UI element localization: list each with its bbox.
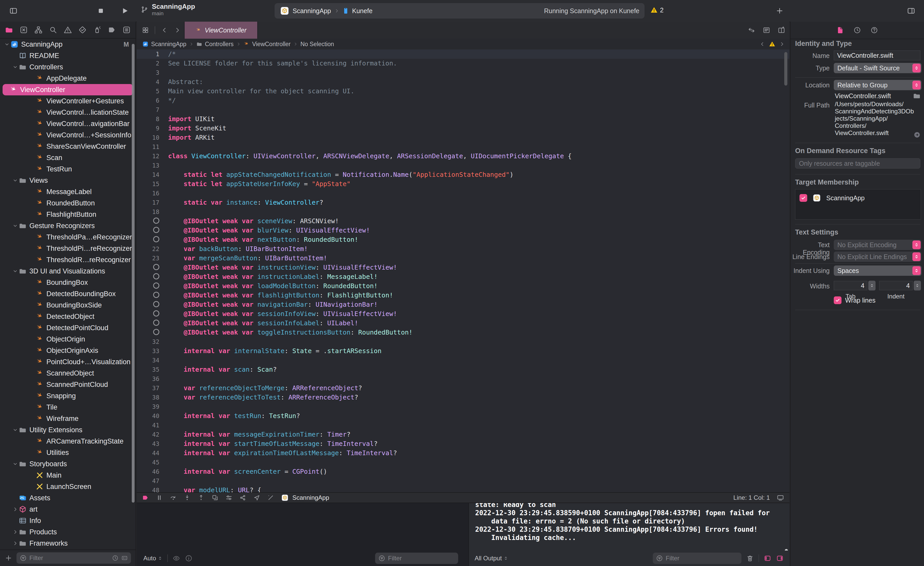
tree-item-utility-extensions[interactable]: Utility Extensions — [0, 424, 136, 436]
tree-item-3d-ui-and-visualizations[interactable]: 3D UI and Visualizations — [0, 265, 136, 277]
code-review-icon[interactable] — [748, 26, 755, 34]
iboutlet-connector-icon[interactable] — [136, 263, 161, 272]
next-issue-icon[interactable] — [779, 41, 785, 47]
tree-item-main[interactable]: Main — [0, 470, 136, 481]
choose-folder-icon[interactable] — [913, 92, 921, 100]
tree-item-tile[interactable]: Tile — [0, 401, 136, 413]
tree-item-arcameratrackingstate[interactable]: ARCameraTrackingState — [0, 436, 136, 447]
tree-item-utilities[interactable]: Utilities — [0, 447, 136, 458]
file-inspector-icon[interactable] — [836, 26, 844, 34]
chevron-right-icon[interactable] — [12, 506, 19, 512]
source-editor[interactable]: 1/*2See LICENSE folder for this sample's… — [136, 49, 789, 492]
add-editor-icon[interactable] — [778, 26, 785, 34]
breadcrumb-item[interactable]: ViewController — [252, 41, 291, 48]
tree-item-scannedpointcloud[interactable]: ScannedPointCloud — [0, 379, 136, 390]
breadcrumb-item[interactable]: Controllers — [205, 41, 234, 48]
text-encoding-popup[interactable]: No Explicit Encoding — [834, 240, 921, 250]
add-file-button[interactable] — [4, 554, 12, 562]
tree-item-detectedboundingbox[interactable]: DetectedBoundingBox — [0, 288, 136, 299]
chevron-down-icon[interactable] — [12, 461, 19, 467]
wrap-lines-checkbox[interactable] — [834, 296, 842, 304]
tree-item-viewcontrol-avigationbar[interactable]: ViewControl…avigationBar — [0, 118, 136, 129]
report-navigator-icon[interactable] — [122, 25, 131, 34]
tree-item-thresholdpa-erecognizer[interactable]: ThresholdPa…eRecognizer — [0, 231, 136, 243]
tree-item-messagelabel[interactable]: MessageLabel — [0, 186, 136, 198]
tree-item-thresholdr-rerecognizer[interactable]: ThresholdR…reRecognizer — [0, 254, 136, 265]
tree-item-viewcontrol-licationstate[interactable]: ViewControl…licationState — [0, 107, 136, 118]
tab-width-field[interactable]: 4 — [834, 281, 867, 290]
stepper-icon[interactable] — [912, 81, 921, 90]
location-popup[interactable]: Relative to Group — [834, 80, 921, 90]
issue-warning-icon[interactable] — [769, 41, 776, 48]
step-over-icon[interactable] — [170, 494, 177, 501]
breadcrumb-item[interactable]: ScanningApp — [151, 41, 186, 48]
step-into-icon[interactable] — [184, 494, 191, 501]
tree-item-detectedpointcloud[interactable]: DetectedPointCloud — [0, 322, 136, 334]
tree-item-scanningapp[interactable]: ScanningAppM — [0, 39, 136, 50]
tree-item-roundedbutton[interactable]: RoundedButton — [0, 198, 136, 209]
tab-viewcontroller[interactable]: ViewController — [184, 22, 258, 39]
destination-name[interactable]: Kunefe — [352, 7, 372, 15]
toggle-navigator-icon[interactable] — [9, 7, 18, 15]
help-inspector-icon[interactable] — [870, 26, 878, 34]
tree-item-viewcontrol-sessioninfo[interactable]: ViewControl…+SessionInfo — [0, 129, 136, 141]
name-field[interactable]: ViewController.swift — [834, 51, 920, 60]
issue-navigator-icon[interactable] — [63, 25, 72, 34]
stepper-icon[interactable] — [912, 241, 921, 249]
navigator-scrollbar[interactable] — [132, 44, 135, 503]
project-navigator-icon[interactable] — [4, 25, 14, 34]
iboutlet-connector-icon[interactable] — [136, 309, 161, 319]
history-inspector-icon[interactable] — [854, 26, 861, 34]
source-control-navigator-icon[interactable] — [20, 25, 28, 34]
tree-item-sharescanviewcontroller[interactable]: ShareScanViewController — [0, 141, 136, 152]
open-in-finder-arrow-icon[interactable] — [913, 131, 921, 139]
test-navigator-icon[interactable] — [78, 25, 87, 34]
iboutlet-connector-icon[interactable] — [136, 282, 161, 291]
tree-item-wireframe[interactable]: Wireframe — [0, 413, 136, 424]
iboutlet-connector-icon[interactable] — [136, 217, 161, 226]
tree-item-boundingboxside[interactable]: BoundingBoxSide — [0, 299, 136, 311]
tree-item-products[interactable]: Products — [0, 526, 136, 538]
print-description-icon[interactable] — [185, 554, 193, 562]
console-filter-field[interactable]: Filter — [653, 553, 741, 564]
activity-view[interactable]: ScanningApp Kunefe Running ScanningApp o… — [274, 3, 645, 19]
tree-item-readme[interactable]: README — [0, 50, 136, 61]
tab-width-stepper[interactable] — [868, 281, 876, 290]
tree-item-thresholdpi-rerecognizer[interactable]: ThresholdPi…reRecognizer — [0, 243, 136, 254]
breakpoint-navigator-icon[interactable] — [108, 25, 116, 34]
tree-item-objectoriginaxis[interactable]: ObjectOriginAxis — [0, 345, 136, 356]
tree-item-boundingbox[interactable]: BoundingBox — [0, 277, 136, 288]
chevron-right-icon[interactable] — [12, 541, 19, 546]
add-tab-button[interactable] — [776, 7, 784, 15]
breakpoints-toggle-icon[interactable] — [142, 494, 149, 501]
indent-width-field[interactable]: 4 — [879, 281, 913, 290]
source-control-filter-icon[interactable] — [121, 555, 128, 562]
previous-issue-icon[interactable] — [759, 41, 765, 47]
tree-item-appdelegate[interactable]: AppDelegate — [0, 73, 136, 84]
tab-overview-icon[interactable] — [142, 27, 149, 34]
target-row[interactable]: ScanningApp — [795, 189, 921, 202]
memory-graph-icon[interactable] — [239, 494, 246, 501]
variables-filter-field[interactable]: Filter — [375, 553, 458, 564]
simulate-location-icon[interactable] — [253, 494, 260, 501]
show-console-pane-icon[interactable] — [776, 554, 784, 562]
console-scope-popup[interactable]: All Output — [475, 555, 508, 562]
tree-item-scannedobject[interactable]: ScannedObject — [0, 368, 136, 379]
tree-item-testrun[interactable]: TestRun — [0, 163, 136, 175]
tree-item-detectedobject[interactable]: DetectedObject — [0, 311, 136, 322]
tree-item-pointcloud-visualization[interactable]: PointCloud+…Visualization — [0, 356, 136, 368]
tree-item-viewcontroller-gestures[interactable]: ViewController+Gestures — [0, 95, 136, 107]
tree-item-viewcontroller[interactable]: ViewController — [3, 84, 133, 95]
device-icon[interactable] — [777, 494, 784, 502]
tree-item-objectorigin[interactable]: ObjectOrigin — [0, 334, 136, 345]
chevron-down-icon[interactable] — [4, 42, 10, 47]
tree-item-launchscreen[interactable]: LaunchScreen — [0, 481, 136, 492]
quicklook-icon[interactable] — [172, 554, 180, 562]
chevron-down-icon[interactable] — [12, 427, 19, 433]
type-popup[interactable]: Default - Swift Source — [834, 63, 921, 73]
recent-files-icon[interactable] — [112, 555, 118, 562]
tree-item-info[interactable]: Info — [0, 515, 136, 526]
tree-item-controllers[interactable]: Controllers — [0, 61, 136, 73]
variables-scope-popup[interactable]: Auto — [143, 555, 163, 562]
clear-console-icon[interactable] — [746, 554, 754, 562]
